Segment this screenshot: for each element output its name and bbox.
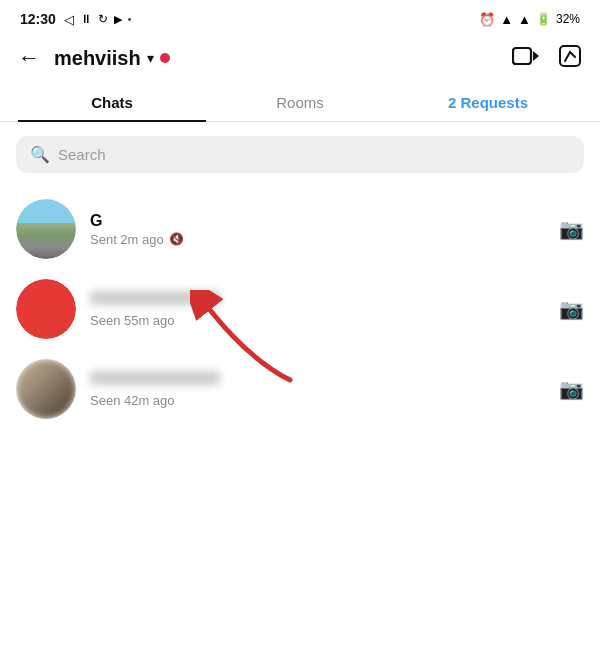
compose-icon	[558, 44, 582, 68]
camera-button-3[interactable]: 📷	[559, 377, 584, 401]
chat-info-g: G Sent 2m ago 🔇	[90, 212, 545, 247]
chat-info-3: Seen 42m ago	[90, 371, 545, 408]
chat-name-2-blurred	[90, 291, 220, 305]
tab-rooms[interactable]: Rooms	[206, 82, 394, 121]
pause-icon: ⏸	[80, 12, 92, 26]
avatar-3	[16, 359, 76, 419]
chat-item-3[interactable]: Seen 42m ago 📷	[0, 349, 600, 429]
chat-item-g[interactable]: G Sent 2m ago 🔇 📷	[0, 189, 600, 269]
tab-chats[interactable]: Chats	[18, 82, 206, 121]
chat-list: G Sent 2m ago 🔇 📷 Seen 55m ago 📷 S	[0, 183, 600, 435]
status-time: 12:30	[20, 11, 56, 27]
navigation-arrow-icon: ◁	[64, 12, 74, 27]
mute-icon: 🔇	[169, 232, 184, 246]
video-call-icon	[512, 45, 540, 67]
back-button[interactable]: ←	[18, 45, 40, 71]
search-icon: 🔍	[30, 145, 50, 164]
chat-status-3: Seen 42m ago	[90, 393, 545, 408]
username-label: mehviish	[54, 47, 141, 70]
search-placeholder: Search	[58, 146, 106, 163]
signal-icon: ▲	[518, 12, 531, 27]
battery-icon: 🔋	[536, 12, 551, 26]
svg-rect-2	[560, 46, 580, 66]
camera-button-g[interactable]: 📷	[559, 217, 584, 241]
svg-line-4	[570, 52, 575, 57]
video-call-button[interactable]	[512, 45, 540, 71]
battery-percent: 32%	[556, 12, 580, 26]
play-icon: ▶	[114, 13, 122, 26]
chat-name-g: G	[90, 212, 545, 230]
chat-name-3-blurred	[90, 371, 220, 385]
tab-requests[interactable]: 2 Requests	[394, 82, 582, 121]
svg-line-3	[565, 52, 570, 61]
status-bar: 12:30 ◁ ⏸ ↻ ▶ • ⏰ ▲ ▲ 🔋 32%	[0, 0, 600, 36]
chat-status-2: Seen 55m ago	[90, 313, 545, 328]
wifi-icon: ▲	[500, 12, 513, 27]
avatar-2	[16, 279, 76, 339]
chat-info-2: Seen 55m ago	[90, 291, 545, 328]
avatar-g	[16, 199, 76, 259]
camera-button-2[interactable]: 📷	[559, 297, 584, 321]
dot-icon: •	[128, 14, 132, 25]
search-bar[interactable]: 🔍 Search	[16, 136, 584, 173]
svg-rect-0	[513, 48, 531, 64]
header: ← mehviish ▾	[0, 36, 600, 82]
tabs-bar: Chats Rooms 2 Requests	[0, 82, 600, 122]
chat-status-g: Sent 2m ago 🔇	[90, 232, 545, 247]
dropdown-icon[interactable]: ▾	[147, 50, 154, 66]
online-status-dot	[160, 53, 170, 63]
compose-button[interactable]	[558, 44, 582, 72]
sync-icon: ↻	[98, 12, 108, 26]
alarm-icon: ⏰	[479, 12, 495, 27]
chat-item-2[interactable]: Seen 55m ago 📷	[0, 269, 600, 349]
svg-marker-1	[533, 51, 539, 61]
